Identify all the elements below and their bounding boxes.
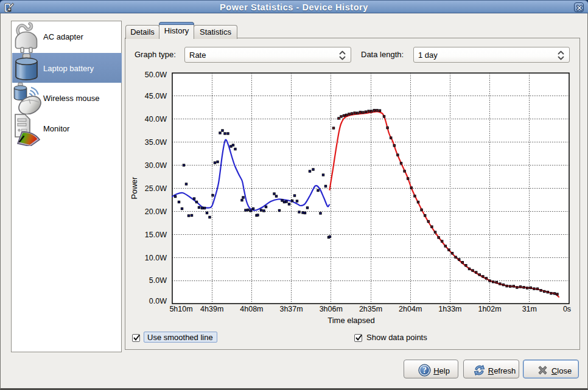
svg-text:0s: 0s — [563, 305, 571, 313]
svg-text:45.0W: 45.0W — [145, 92, 167, 100]
svg-text:3h06m: 3h06m — [320, 305, 343, 313]
svg-text:4h39m: 4h39m — [200, 305, 223, 313]
svg-text:5.0W: 5.0W — [149, 276, 167, 285]
svg-text:2h35m: 2h35m — [359, 305, 382, 313]
svg-text:31m: 31m — [522, 305, 537, 313]
svg-text:20.0W: 20.0W — [145, 207, 167, 216]
svg-text:3h37m: 3h37m — [279, 305, 303, 313]
svg-text:1h02m: 1h02m — [478, 305, 501, 313]
svg-text:35.0W: 35.0W — [145, 138, 167, 147]
svg-text:25.0W: 25.0W — [145, 184, 167, 193]
svg-text:50.0W: 50.0W — [145, 71, 167, 79]
svg-text:30.0W: 30.0W — [145, 161, 167, 170]
svg-text:1h33m: 1h33m — [438, 305, 461, 313]
svg-text:0.0W: 0.0W — [149, 297, 167, 305]
svg-text:15.0W: 15.0W — [145, 231, 167, 239]
svg-text:40.0W: 40.0W — [145, 115, 167, 124]
svg-text:5h10m: 5h10m — [169, 305, 192, 313]
svg-text:Time elapsed: Time elapsed — [327, 316, 375, 325]
svg-text:4h08m: 4h08m — [240, 305, 263, 313]
svg-text:?: ? — [422, 366, 427, 375]
svg-text:10.0W: 10.0W — [145, 254, 167, 262]
svg-text:2h04m: 2h04m — [399, 305, 422, 313]
svg-text:Power: Power — [130, 176, 139, 200]
